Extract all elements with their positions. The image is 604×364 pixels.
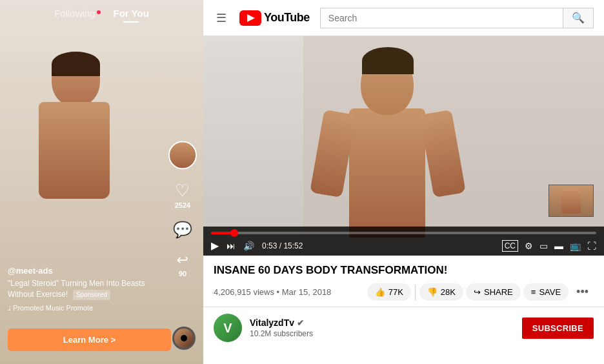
youtube-dislike-count: 28K xyxy=(441,287,456,297)
tiktok-bottom-info: @meet-ads "Legal Steroid" Turning Men In… xyxy=(8,266,158,312)
youtube-panel: ☰ YouTube 🔍 xyxy=(203,0,604,364)
tiktok-creator-avatar[interactable] xyxy=(168,141,197,169)
youtube-publish-date: Mar 15, 2018 xyxy=(282,287,332,297)
youtube-view-count: 4,206,915 views xyxy=(214,287,274,297)
tiktok-description: "Legal Steroid" Turning Men Into Beasts … xyxy=(8,278,158,300)
youtube-video-thumbnail-inset xyxy=(549,185,594,217)
youtube-more-options-button[interactable]: ••• xyxy=(571,283,594,301)
tiktok-music-text: ♩ Promoted Music Promote xyxy=(8,304,93,312)
tiktok-like-count: 2524 xyxy=(175,201,190,209)
youtube-search-input[interactable] xyxy=(320,8,563,28)
youtube-search-button[interactable]: 🔍 xyxy=(563,8,594,28)
youtube-channel-avatar-letter: V xyxy=(223,321,232,336)
tiktok-username[interactable]: @meet-ads xyxy=(8,266,158,276)
youtube-meta-separator: • xyxy=(277,287,282,297)
tiktok-music-info: ♩ Promoted Music Promote xyxy=(8,304,158,312)
following-tab-label: Following xyxy=(54,8,95,19)
youtube-share-label: SHARE xyxy=(484,287,513,297)
hamburger-menu-icon[interactable]: ☰ xyxy=(214,8,229,28)
tiktok-music-disc xyxy=(172,327,196,350)
youtube-dislike-button[interactable]: 👎 28K xyxy=(419,283,463,301)
youtube-video-meta-row: 4,206,915 views • Mar 15, 2018 👍 77K 👎 2… xyxy=(214,283,594,301)
tiktok-share-button[interactable]: ↪ 90 xyxy=(177,253,188,278)
youtube-time-current: 0:53 xyxy=(262,241,277,250)
youtube-like-icon: 👍 xyxy=(375,287,385,297)
youtube-like-count: 77K xyxy=(388,287,403,297)
youtube-share-icon: ↪ xyxy=(474,287,481,297)
youtube-subscriber-count: 10.2M subscribers xyxy=(250,329,522,338)
youtube-progress-dot xyxy=(230,229,238,237)
youtube-video-controls: ▶ ⏭ 🔊 0:53 / 15:52 CC ⚙ ▭ ▬ 📺 ⛶ xyxy=(203,227,604,256)
youtube-volume-button[interactable]: 🔊 xyxy=(243,241,254,251)
youtube-settings-button[interactable]: ⚙ xyxy=(525,241,533,251)
youtube-search-container: 🔍 xyxy=(320,8,594,28)
tiktok-sponsored-badge: Sponsored xyxy=(73,290,110,300)
youtube-views-date: 4,206,915 views • Mar 15, 2018 xyxy=(214,287,331,297)
youtube-fullscreen-button[interactable]: ⛶ xyxy=(587,241,596,251)
youtube-like-button[interactable]: 👍 77K xyxy=(367,283,411,301)
youtube-channel-name-row: VitalyzdTv ✔ xyxy=(250,318,522,328)
youtube-save-icon: ≡ xyxy=(531,287,536,297)
youtube-next-button[interactable]: ⏭ xyxy=(226,241,236,251)
youtube-header: ☰ YouTube 🔍 xyxy=(203,0,604,36)
youtube-share-button[interactable]: ↪ SHARE xyxy=(466,283,521,301)
tiktok-header: Following For You xyxy=(0,0,203,26)
tiktok-like-button[interactable]: ♡ 2524 xyxy=(175,182,190,209)
tiktok-learn-more-button[interactable]: Learn More > xyxy=(8,329,171,351)
youtube-save-button[interactable]: ≡ SAVE xyxy=(523,283,569,301)
youtube-time-total: 15:52 xyxy=(283,241,303,250)
youtube-logo-text: YouTube xyxy=(264,11,310,25)
youtube-channel-name[interactable]: VitalyzdTv xyxy=(250,318,294,328)
youtube-channel-row: V VitalyzdTv ✔ 10.2M subscribers SUBSCRI… xyxy=(203,307,604,349)
youtube-video-title: INSANE 60 DAYS BODY TRANSFORMATION! xyxy=(214,263,594,278)
tiktok-tab-following[interactable]: Following xyxy=(45,5,104,21)
youtube-play-icon xyxy=(247,14,255,22)
youtube-logo-icon xyxy=(239,10,261,26)
youtube-video-actions: 👍 77K 👎 28K ↪ SHARE ≡ SAVE ••• xyxy=(367,283,594,301)
youtube-time-display: 0:53 / 15:52 xyxy=(262,241,303,250)
youtube-theater-button[interactable]: ▬ xyxy=(554,241,563,251)
youtube-video-info: INSANE 60 DAYS BODY TRANSFORMATION! 4,20… xyxy=(203,256,604,307)
youtube-channel-info: VitalyzdTv ✔ 10.2M subscribers xyxy=(250,318,522,338)
tiktok-comment-button[interactable]: 💬 xyxy=(173,222,192,240)
youtube-save-label: SAVE xyxy=(539,287,561,297)
youtube-cast-button[interactable]: 📺 xyxy=(570,241,581,251)
youtube-video-player[interactable]: ▶ ⏭ 🔊 0:53 / 15:52 CC ⚙ ▭ ▬ 📺 ⛶ xyxy=(203,36,604,256)
youtube-logo[interactable]: YouTube xyxy=(239,10,310,26)
youtube-video-thumbnail xyxy=(203,36,604,256)
verified-checkmark-icon: ✔ xyxy=(297,318,304,328)
youtube-controls-row: ▶ ⏭ 🔊 0:53 / 15:52 CC ⚙ ▭ ▬ 📺 ⛶ xyxy=(211,239,596,252)
tiktok-tab-foryou[interactable]: For You xyxy=(105,5,158,21)
youtube-dislike-icon: 👎 xyxy=(427,287,438,297)
following-notification-dot xyxy=(97,10,101,14)
youtube-cc-button[interactable]: CC xyxy=(502,240,518,252)
youtube-miniplayer-button[interactable]: ▭ xyxy=(539,241,548,251)
tiktok-right-actions: ♡ 2524 💬 ↪ 90 xyxy=(168,141,197,278)
tiktok-share-count: 90 xyxy=(179,270,186,278)
youtube-progress-bar[interactable] xyxy=(211,232,596,234)
foryou-tab-label: For You xyxy=(114,8,149,19)
youtube-play-button[interactable]: ▶ xyxy=(211,239,219,252)
youtube-action-divider xyxy=(415,285,416,300)
youtube-channel-avatar[interactable]: V xyxy=(214,314,242,342)
tiktok-panel: Following For You ♡ 2524 💬 ↪ 90 xyxy=(0,0,203,364)
youtube-subscribe-button[interactable]: SUBSCRIBE xyxy=(522,318,594,339)
youtube-right-controls: CC ⚙ ▭ ▬ 📺 ⛶ xyxy=(502,240,596,252)
